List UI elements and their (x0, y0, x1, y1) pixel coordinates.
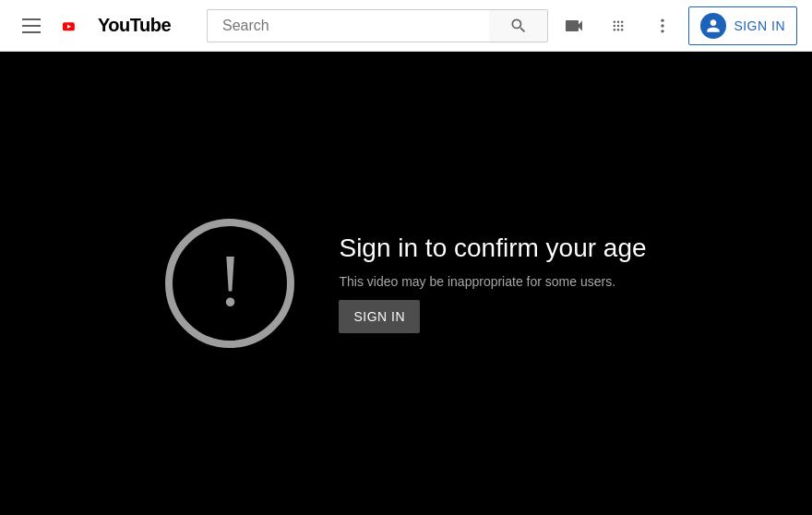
more-options-icon (653, 17, 672, 35)
sign-in-label: SIGN IN (734, 18, 785, 33)
apps-button[interactable] (600, 7, 637, 44)
svg-point-10 (621, 28, 624, 30)
search-input[interactable] (207, 9, 489, 42)
warning-circle-icon: ! (165, 219, 294, 348)
svg-point-8 (614, 28, 616, 30)
search-button[interactable] (489, 9, 548, 42)
svg-point-7 (621, 24, 624, 27)
grid-icon (609, 17, 627, 35)
age-gate-text: Sign in to confirm your age This video m… (339, 234, 646, 333)
svg-point-9 (617, 28, 620, 30)
search-form (207, 9, 548, 42)
create-video-button[interactable] (555, 7, 592, 44)
age-gate-sign-in-button[interactable]: SIGN IN (339, 300, 420, 333)
header: YouTube (0, 0, 812, 52)
svg-point-2 (614, 20, 616, 23)
youtube-logo[interactable]: YouTube (63, 15, 171, 37)
avatar (700, 13, 726, 39)
account-icon (704, 17, 722, 35)
youtube-logo-icon (63, 15, 94, 37)
svg-point-12 (662, 24, 664, 27)
sign-in-button[interactable]: SIGN IN (688, 6, 797, 45)
video-player-area: ! Sign in to confirm your age This video… (0, 52, 812, 515)
svg-point-11 (662, 18, 664, 21)
age-gate-subtitle: This video may be inappropriate for some… (339, 274, 646, 289)
svg-point-3 (617, 20, 620, 23)
youtube-brand-name: YouTube (98, 15, 171, 36)
svg-point-13 (662, 30, 664, 32)
svg-point-5 (614, 24, 616, 27)
video-camera-icon (563, 15, 585, 37)
svg-point-4 (621, 20, 624, 23)
search-icon (509, 17, 528, 35)
svg-point-6 (617, 24, 620, 27)
more-options-button[interactable] (644, 7, 681, 44)
exclamation-icon: ! (218, 244, 243, 317)
age-gate-container: ! Sign in to confirm your age This video… (165, 219, 646, 348)
hamburger-menu-icon[interactable] (15, 11, 48, 41)
age-gate-title: Sign in to confirm your age (339, 234, 646, 263)
